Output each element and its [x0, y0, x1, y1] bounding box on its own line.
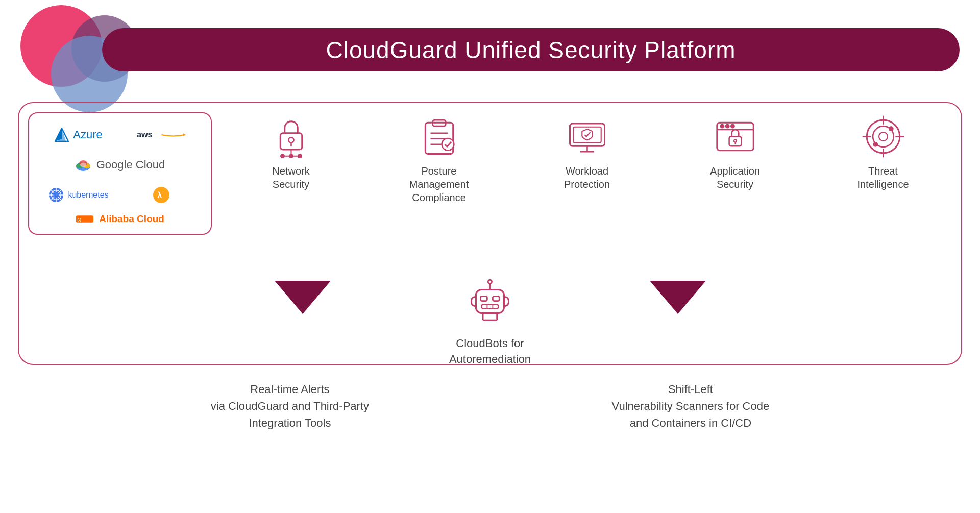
svg-point-25 — [288, 137, 293, 142]
svg-point-45 — [726, 125, 729, 128]
provider-lambda: λ — [153, 186, 170, 204]
posture-management-label: Posture ManagementCompliance — [393, 164, 485, 204]
workload-protection-icon — [566, 115, 609, 158]
provider-google: Google Cloud — [75, 158, 165, 172]
svg-text:(-): (-) — [78, 217, 82, 222]
svg-point-9 — [80, 162, 86, 167]
network-security-label: NetworkSecurity — [272, 164, 309, 191]
module-network-security: NetworkSecurity — [245, 115, 337, 191]
module-threat-intelligence: ThreatIntelligence — [837, 115, 929, 191]
alibaba-label: Alibaba Cloud — [99, 213, 164, 225]
azure-label: Azure — [73, 128, 102, 141]
bottom-label-right: Shift-LeftVulnerability Scanners for Cod… — [612, 381, 770, 431]
azure-icon — [55, 128, 69, 142]
workload-protection-label: WorkloadProtection — [564, 164, 610, 191]
main-container: CloudGuard Unified Security Platform Azu… — [0, 0, 980, 513]
bottom-label-left: Real-time Alertsvia CloudGuard and Third… — [211, 381, 369, 431]
modules-row: NetworkSecurity Posture Managem — [217, 115, 957, 204]
posture-management-icon — [418, 115, 461, 158]
banner-title: CloudGuard Unified Security Platform — [326, 36, 736, 64]
svg-point-37 — [442, 138, 454, 151]
kubernetes-label: kubernetes — [68, 190, 108, 200]
application-security-label: ApplicationSecurity — [710, 164, 760, 191]
aws-icon: aws — [137, 129, 156, 141]
svg-text:λ: λ — [157, 191, 162, 201]
svg-point-30 — [289, 155, 292, 158]
threat-intelligence-icon — [862, 115, 905, 158]
svg-point-58 — [873, 142, 877, 146]
module-application-security: ApplicationSecurity — [689, 115, 781, 191]
svg-rect-47 — [729, 137, 741, 146]
svg-point-44 — [721, 125, 724, 128]
svg-point-52 — [879, 132, 888, 141]
aws-arrow — [160, 132, 186, 137]
content-area: Azure aws — [13, 87, 967, 447]
top-banner: CloudGuard Unified Security Platform — [102, 28, 960, 71]
kubernetes-icon — [48, 187, 64, 203]
svg-point-50 — [867, 120, 900, 153]
arrow-left — [275, 281, 331, 314]
provider-azure: Azure — [55, 128, 102, 142]
arrows-row — [13, 281, 967, 314]
svg-point-31 — [298, 155, 301, 158]
module-posture-management: Posture ManagementCompliance — [393, 115, 485, 204]
cloud-providers-card: Azure aws — [28, 112, 212, 235]
svg-text:aws: aws — [137, 129, 153, 138]
svg-point-29 — [281, 155, 284, 158]
provider-alibaba: (-) Alibaba Cloud — [76, 212, 164, 226]
application-security-icon — [714, 115, 757, 158]
google-label: Google Cloud — [96, 158, 165, 172]
provider-aws: aws — [137, 129, 186, 141]
cloudbots-label: CloudBots forAutoremediation — [449, 336, 531, 368]
lambda-icon: λ — [153, 186, 170, 204]
bottom-labels: Real-time Alertsvia CloudGuard and Third… — [13, 381, 967, 431]
google-cloud-icon — [75, 158, 91, 172]
svg-marker-4 — [183, 133, 186, 136]
svg-rect-24 — [280, 133, 302, 150]
provider-kubernetes: kubernetes — [48, 187, 108, 203]
arrow-right — [650, 281, 706, 314]
svg-point-46 — [731, 125, 734, 128]
module-workload-protection: WorkloadProtection — [541, 115, 633, 191]
network-security-icon — [270, 115, 313, 158]
svg-point-57 — [889, 127, 893, 131]
alibaba-icon: (-) — [76, 212, 94, 226]
threat-intelligence-label: ThreatIntelligence — [857, 164, 909, 191]
svg-point-48 — [733, 139, 736, 142]
